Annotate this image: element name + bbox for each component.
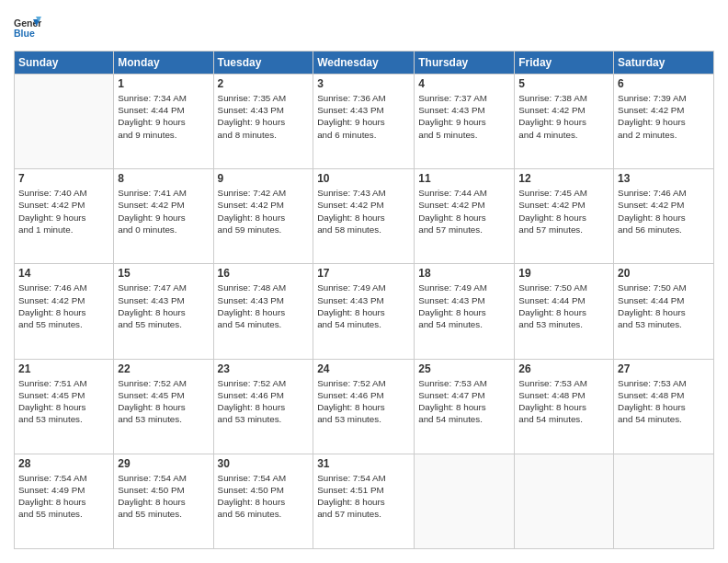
day-number: 3 <box>317 77 410 90</box>
day-number: 31 <box>317 457 410 470</box>
day-number: 25 <box>418 362 510 375</box>
calendar-body: 1Sunrise: 7:34 AM Sunset: 4:44 PM Daylig… <box>15 75 714 549</box>
day-number: 11 <box>418 172 510 185</box>
calendar-cell: 31Sunrise: 7:54 AM Sunset: 4:51 PM Dayli… <box>313 454 415 548</box>
calendar-cell: 15Sunrise: 7:47 AM Sunset: 4:43 PM Dayli… <box>114 264 213 359</box>
week-row-3: 14Sunrise: 7:46 AM Sunset: 4:42 PM Dayli… <box>15 264 714 359</box>
calendar-cell: 25Sunrise: 7:53 AM Sunset: 4:47 PM Dayli… <box>415 359 515 454</box>
calendar-cell: 24Sunrise: 7:52 AM Sunset: 4:46 PM Dayli… <box>313 359 415 454</box>
day-number: 14 <box>18 267 109 280</box>
calendar-header: SundayMondayTuesdayWednesdayThursdayFrid… <box>15 52 714 75</box>
day-number: 30 <box>218 457 310 470</box>
calendar-cell: 11Sunrise: 7:44 AM Sunset: 4:42 PM Dayli… <box>415 169 515 264</box>
day-number: 24 <box>317 362 410 375</box>
calendar-cell: 30Sunrise: 7:54 AM Sunset: 4:50 PM Dayli… <box>213 454 313 548</box>
day-info: Sunrise: 7:48 AM Sunset: 4:43 PM Dayligh… <box>218 282 310 330</box>
day-info: Sunrise: 7:40 AM Sunset: 4:42 PM Dayligh… <box>18 187 109 236</box>
day-info: Sunrise: 7:42 AM Sunset: 4:42 PM Dayligh… <box>218 187 310 236</box>
day-number: 10 <box>317 172 410 185</box>
day-info: Sunrise: 7:52 AM Sunset: 4:45 PM Dayligh… <box>118 377 209 426</box>
day-info: Sunrise: 7:46 AM Sunset: 4:42 PM Dayligh… <box>618 187 710 236</box>
header-cell-thursday: Thursday <box>415 52 515 75</box>
day-number: 12 <box>518 172 609 185</box>
day-number: 23 <box>218 362 310 375</box>
calendar-cell: 10Sunrise: 7:43 AM Sunset: 4:42 PM Dayli… <box>313 169 415 264</box>
day-number: 13 <box>618 172 710 185</box>
calendar-cell: 27Sunrise: 7:53 AM Sunset: 4:48 PM Dayli… <box>614 359 714 454</box>
day-info: Sunrise: 7:46 AM Sunset: 4:42 PM Dayligh… <box>18 282 109 330</box>
calendar-cell <box>515 454 614 548</box>
calendar-cell: 4Sunrise: 7:37 AM Sunset: 4:43 PM Daylig… <box>415 75 515 169</box>
header-cell-sunday: Sunday <box>15 52 114 75</box>
calendar-cell: 13Sunrise: 7:46 AM Sunset: 4:42 PM Dayli… <box>614 169 714 264</box>
calendar-cell: 9Sunrise: 7:42 AM Sunset: 4:42 PM Daylig… <box>213 169 313 264</box>
day-info: Sunrise: 7:52 AM Sunset: 4:46 PM Dayligh… <box>218 377 310 426</box>
header-row: SundayMondayTuesdayWednesdayThursdayFrid… <box>15 52 714 75</box>
header-cell-friday: Friday <box>515 52 614 75</box>
day-info: Sunrise: 7:54 AM Sunset: 4:51 PM Dayligh… <box>317 472 410 521</box>
calendar-cell: 17Sunrise: 7:49 AM Sunset: 4:43 PM Dayli… <box>313 264 415 359</box>
calendar-cell: 20Sunrise: 7:50 AM Sunset: 4:44 PM Dayli… <box>614 264 714 359</box>
calendar-cell: 14Sunrise: 7:46 AM Sunset: 4:42 PM Dayli… <box>15 264 114 359</box>
day-info: Sunrise: 7:39 AM Sunset: 4:42 PM Dayligh… <box>618 92 710 141</box>
calendar-cell: 7Sunrise: 7:40 AM Sunset: 4:42 PM Daylig… <box>15 169 114 264</box>
page: General Blue SundayMondayTuesdayWednesda… <box>0 0 728 563</box>
day-number: 8 <box>118 172 209 185</box>
day-number: 1 <box>118 77 209 90</box>
calendar-cell: 5Sunrise: 7:38 AM Sunset: 4:42 PM Daylig… <box>515 75 614 169</box>
day-info: Sunrise: 7:43 AM Sunset: 4:42 PM Dayligh… <box>317 187 410 236</box>
day-info: Sunrise: 7:51 AM Sunset: 4:45 PM Dayligh… <box>18 377 109 426</box>
day-number: 16 <box>218 267 310 280</box>
calendar-cell: 26Sunrise: 7:53 AM Sunset: 4:48 PM Dayli… <box>515 359 614 454</box>
calendar-cell: 3Sunrise: 7:36 AM Sunset: 4:43 PM Daylig… <box>313 75 415 169</box>
calendar-cell <box>15 75 114 169</box>
day-info: Sunrise: 7:50 AM Sunset: 4:44 PM Dayligh… <box>518 282 609 330</box>
day-number: 17 <box>317 267 410 280</box>
day-number: 27 <box>618 362 710 375</box>
day-info: Sunrise: 7:53 AM Sunset: 4:48 PM Dayligh… <box>518 377 609 426</box>
week-row-5: 28Sunrise: 7:54 AM Sunset: 4:49 PM Dayli… <box>15 454 714 548</box>
day-info: Sunrise: 7:50 AM Sunset: 4:44 PM Dayligh… <box>618 282 710 330</box>
day-info: Sunrise: 7:45 AM Sunset: 4:42 PM Dayligh… <box>518 187 609 236</box>
header-cell-wednesday: Wednesday <box>313 52 415 75</box>
day-info: Sunrise: 7:47 AM Sunset: 4:43 PM Dayligh… <box>118 282 209 330</box>
calendar: SundayMondayTuesdayWednesdayThursdayFrid… <box>14 51 714 549</box>
calendar-cell: 19Sunrise: 7:50 AM Sunset: 4:44 PM Dayli… <box>515 264 614 359</box>
week-row-1: 1Sunrise: 7:34 AM Sunset: 4:44 PM Daylig… <box>15 75 714 169</box>
calendar-cell <box>415 454 515 548</box>
day-number: 15 <box>118 267 209 280</box>
calendar-cell: 18Sunrise: 7:49 AM Sunset: 4:43 PM Dayli… <box>415 264 515 359</box>
day-info: Sunrise: 7:54 AM Sunset: 4:50 PM Dayligh… <box>218 472 310 521</box>
day-info: Sunrise: 7:54 AM Sunset: 4:49 PM Dayligh… <box>18 472 109 521</box>
day-info: Sunrise: 7:49 AM Sunset: 4:43 PM Dayligh… <box>418 282 510 330</box>
day-number: 21 <box>18 362 109 375</box>
calendar-cell: 16Sunrise: 7:48 AM Sunset: 4:43 PM Dayli… <box>213 264 313 359</box>
day-info: Sunrise: 7:53 AM Sunset: 4:47 PM Dayligh… <box>418 377 510 426</box>
calendar-cell: 29Sunrise: 7:54 AM Sunset: 4:50 PM Dayli… <box>114 454 213 548</box>
day-number: 2 <box>218 77 310 90</box>
day-info: Sunrise: 7:54 AM Sunset: 4:50 PM Dayligh… <box>118 472 209 521</box>
svg-text:Blue: Blue <box>14 28 35 39</box>
calendar-cell: 22Sunrise: 7:52 AM Sunset: 4:45 PM Dayli… <box>114 359 213 454</box>
calendar-cell: 8Sunrise: 7:41 AM Sunset: 4:42 PM Daylig… <box>114 169 213 264</box>
day-number: 9 <box>218 172 310 185</box>
day-info: Sunrise: 7:52 AM Sunset: 4:46 PM Dayligh… <box>317 377 410 426</box>
day-info: Sunrise: 7:37 AM Sunset: 4:43 PM Dayligh… <box>418 92 510 141</box>
header: General Blue <box>14 14 714 41</box>
header-cell-monday: Monday <box>114 52 213 75</box>
day-number: 19 <box>518 267 609 280</box>
header-cell-tuesday: Tuesday <box>213 52 313 75</box>
calendar-cell: 12Sunrise: 7:45 AM Sunset: 4:42 PM Dayli… <box>515 169 614 264</box>
day-number: 20 <box>618 267 710 280</box>
header-cell-saturday: Saturday <box>614 52 714 75</box>
logo-icon: General Blue <box>14 14 41 41</box>
day-number: 4 <box>418 77 510 90</box>
day-number: 5 <box>518 77 609 90</box>
day-info: Sunrise: 7:34 AM Sunset: 4:44 PM Dayligh… <box>118 92 209 141</box>
calendar-cell: 23Sunrise: 7:52 AM Sunset: 4:46 PM Dayli… <box>213 359 313 454</box>
day-info: Sunrise: 7:53 AM Sunset: 4:48 PM Dayligh… <box>618 377 710 426</box>
day-number: 28 <box>18 457 109 470</box>
day-number: 6 <box>618 77 710 90</box>
week-row-4: 21Sunrise: 7:51 AM Sunset: 4:45 PM Dayli… <box>15 359 714 454</box>
calendar-cell: 28Sunrise: 7:54 AM Sunset: 4:49 PM Dayli… <box>15 454 114 548</box>
